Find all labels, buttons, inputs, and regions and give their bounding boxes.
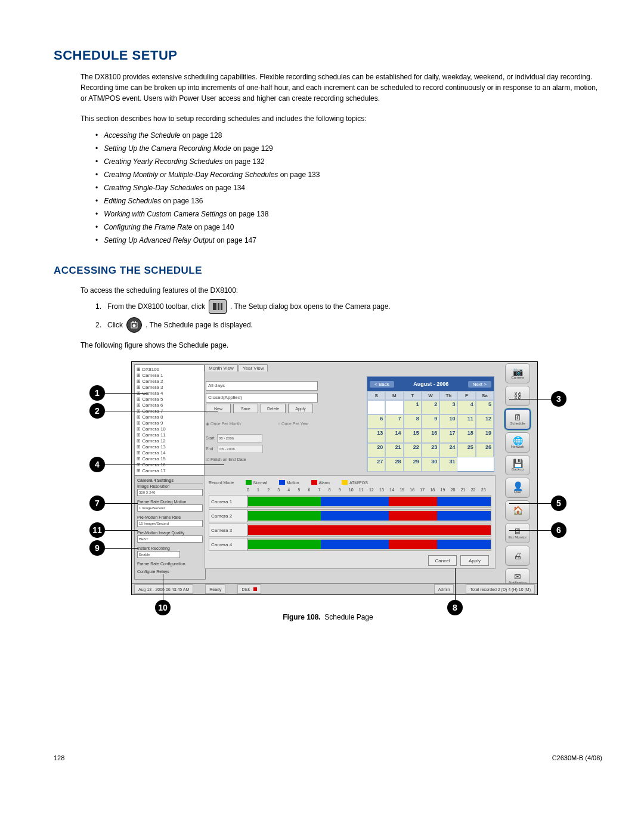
tree-camera-item[interactable]: Camera 1 bbox=[137, 373, 202, 379]
calendar-day[interactable]: 3 bbox=[439, 400, 457, 414]
calendar-day[interactable]: 25 bbox=[457, 443, 475, 457]
camera-tree[interactable]: ⊞ DX8100 Camera 1Camera 2Camera 3Camera … bbox=[134, 364, 205, 476]
callout-4: 4 bbox=[89, 457, 105, 472]
tree-camera-item[interactable]: Camera 14 bbox=[137, 450, 202, 456]
tree-camera-item[interactable]: Camera 4 bbox=[137, 391, 202, 397]
apply-schedule-button[interactable]: Apply bbox=[288, 404, 313, 413]
tree-camera-item[interactable]: Camera 15 bbox=[137, 456, 202, 462]
calendar-day[interactable]: 19 bbox=[476, 429, 494, 443]
calendar-day[interactable]: 4 bbox=[457, 400, 475, 414]
tree-camera-item[interactable]: Camera 17 bbox=[137, 468, 202, 474]
tree-camera-item[interactable]: Camera 16 bbox=[137, 462, 202, 468]
image-resolution-select[interactable]: 320 X 240 bbox=[137, 489, 203, 496]
calendar-day[interactable]: 7 bbox=[385, 414, 403, 429]
calendar-day[interactable]: 29 bbox=[404, 457, 422, 472]
calendar-day[interactable]: 11 bbox=[457, 414, 475, 429]
calendar-next-button[interactable]: Next > bbox=[468, 381, 491, 388]
days-select[interactable]: All days bbox=[206, 381, 318, 391]
calendar-back-button[interactable]: < Back bbox=[370, 381, 394, 388]
timeline-row[interactable]: Camera 3 bbox=[209, 524, 491, 537]
calendar-day[interactable]: 5 bbox=[476, 400, 494, 414]
tree-camera-item[interactable]: Camera 9 bbox=[137, 420, 202, 426]
frame-rate-config-link[interactable]: Frame Rate Configuration bbox=[137, 562, 203, 566]
timeline-row[interactable]: Camera 2 bbox=[209, 509, 491, 522]
calendar-day[interactable]: 2 bbox=[422, 400, 439, 414]
calendar-day[interactable]: 15 bbox=[404, 429, 422, 443]
camera-icon[interactable]: 📷Camera bbox=[505, 363, 530, 383]
callout-6: 6 bbox=[551, 522, 566, 538]
calendar-day[interactable]: 21 bbox=[385, 443, 403, 457]
tree-camera-item[interactable]: Camera 7 bbox=[137, 408, 202, 414]
tree-camera-item[interactable]: Camera 11 bbox=[137, 432, 202, 438]
calendar-day[interactable]: 18 bbox=[457, 429, 475, 443]
calendar-day[interactable]: 12 bbox=[476, 414, 494, 429]
tree-camera-item[interactable]: Camera 5 bbox=[137, 397, 202, 402]
record-mode-label: Record Mode bbox=[209, 481, 234, 485]
calendar-day[interactable]: 22 bbox=[404, 443, 422, 457]
timeline-row[interactable]: Camera 1 bbox=[209, 495, 491, 508]
calendar-day[interactable]: 26 bbox=[476, 443, 494, 457]
svg-rect-5 bbox=[135, 321, 136, 323]
calendar-day[interactable]: 13 bbox=[367, 429, 385, 443]
calendar-day[interactable]: 6 bbox=[367, 414, 385, 429]
calendar-dow: S bbox=[367, 391, 385, 400]
instant-recording-select[interactable]: Enable bbox=[137, 551, 180, 558]
doc-id: C2630M-B (4/08) bbox=[552, 754, 602, 761]
end-date-field[interactable]: 08 - 2006 bbox=[218, 445, 263, 453]
backup-icon[interactable]: 💾Backup bbox=[505, 455, 530, 475]
pre-motion-quality-select[interactable]: BEST bbox=[137, 535, 203, 543]
apply-button[interactable]: Apply bbox=[460, 555, 489, 566]
printer-icon[interactable]: 🖨 bbox=[505, 546, 530, 566]
calendar-day[interactable]: 16 bbox=[422, 429, 439, 443]
once-per-month-radio[interactable]: ◉ Once Per Month bbox=[206, 422, 259, 426]
tab-year-view[interactable]: Year View bbox=[239, 364, 268, 371]
calendar-day[interactable]: 24 bbox=[439, 443, 457, 457]
cancel-button[interactable]: Cancel bbox=[428, 555, 457, 566]
start-date-field[interactable]: 08 - 2006 bbox=[217, 434, 262, 442]
svg-rect-1 bbox=[218, 303, 219, 310]
calendar-day[interactable]: 28 bbox=[385, 457, 403, 472]
schedule-select[interactable]: Closed(Applied) bbox=[206, 393, 318, 402]
configure-relays-link[interactable]: Configure Relays bbox=[137, 569, 203, 574]
user-icon[interactable]: 👤User bbox=[505, 478, 530, 498]
svg-rect-2 bbox=[221, 303, 222, 310]
tree-camera-item[interactable]: Camera 10 bbox=[137, 426, 202, 432]
topic-item: Setting Up Advanced Relay Output on page… bbox=[95, 234, 602, 247]
once-per-year-radio[interactable]: ○ Once Per Year bbox=[278, 422, 327, 426]
calendar-day[interactable]: 1 bbox=[404, 400, 422, 414]
calendar-day[interactable]: 17 bbox=[439, 429, 457, 443]
calendar-day[interactable]: 31 bbox=[439, 457, 457, 472]
tree-camera-item[interactable]: Camera 8 bbox=[137, 414, 202, 420]
ext-monitor-icon[interactable]: 🖥Ext Monitor bbox=[505, 523, 530, 543]
timeline-row-label: Camera 4 bbox=[209, 538, 247, 551]
calendar-day[interactable]: 30 bbox=[422, 457, 439, 472]
tree-camera-item[interactable]: Camera 2 bbox=[137, 379, 202, 385]
tab-month-view[interactable]: Month View bbox=[205, 364, 238, 371]
save-button[interactable]: Save bbox=[233, 404, 258, 413]
pre-motion-frame-rate-select[interactable]: 15 Images/Second bbox=[137, 520, 203, 527]
frame-rate-motion-select[interactable]: 1 Image/Second bbox=[137, 504, 203, 512]
topic-item: Creating Monthly or Multiple-Day Recordi… bbox=[95, 168, 602, 181]
schedule-icon[interactable]: 🗓Schedule bbox=[504, 408, 531, 430]
calendar-day[interactable]: 14 bbox=[385, 429, 403, 443]
tree-camera-item[interactable]: Camera 12 bbox=[137, 438, 202, 444]
calendar: < Back August - 2006 Next > SMTWThFSa..1… bbox=[367, 376, 494, 472]
calendar-day[interactable]: 8 bbox=[404, 414, 422, 429]
calendar-day[interactable]: 27 bbox=[367, 457, 385, 472]
timeline-row[interactable]: Camera 4 bbox=[209, 538, 491, 551]
link-icon[interactable]: ⛓ bbox=[505, 386, 530, 406]
new-button[interactable]: New bbox=[206, 404, 231, 413]
finish-on-end-date-check[interactable]: ☑ Finish on End Date bbox=[206, 455, 263, 465]
calendar-day[interactable]: 10 bbox=[439, 414, 457, 429]
topic-item: Accessing the Schedule on page 128 bbox=[95, 129, 602, 142]
topic-item: Working with Custom Camera Settings on p… bbox=[95, 208, 602, 221]
network-icon[interactable]: 🌐Network bbox=[505, 432, 530, 453]
timeline-row-label: Camera 1 bbox=[209, 495, 247, 508]
tree-camera-item[interactable]: Camera 6 bbox=[137, 402, 202, 408]
calendar-day[interactable]: 9 bbox=[422, 414, 439, 429]
calendar-day[interactable]: 20 bbox=[367, 443, 385, 457]
delete-button[interactable]: Delete bbox=[261, 404, 286, 413]
tree-camera-item[interactable]: Camera 3 bbox=[137, 385, 202, 391]
calendar-day[interactable]: 23 bbox=[422, 443, 439, 457]
tree-camera-item[interactable]: Camera 13 bbox=[137, 444, 202, 450]
